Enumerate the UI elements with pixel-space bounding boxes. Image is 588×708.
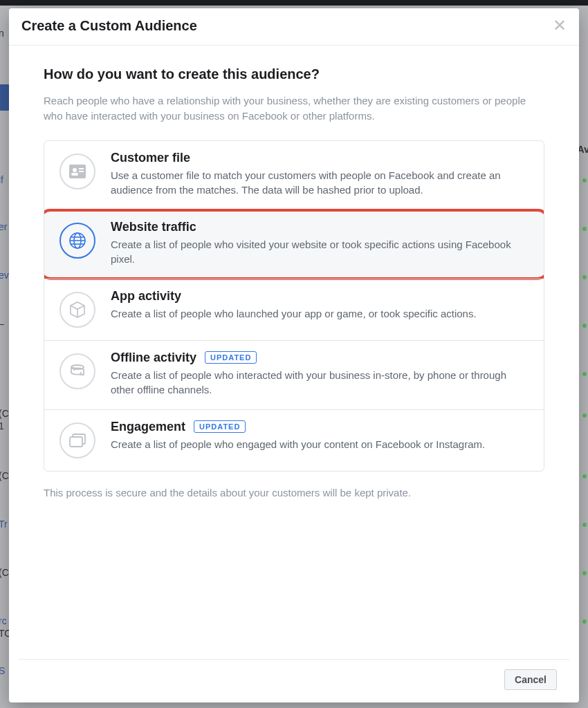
- close-icon[interactable]: ✕: [553, 17, 567, 34]
- option-desc: Create a list of people who engaged with…: [111, 437, 529, 451]
- audience-options-list: Customer file Use a customer file to mat…: [44, 140, 544, 472]
- modal-header: Create a Custom Audience ✕: [9, 8, 579, 46]
- create-custom-audience-modal: Create a Custom Audience ✕ How do you wa…: [9, 8, 579, 702]
- bg-frag: rc: [0, 615, 7, 626]
- bg-frag: ev: [0, 270, 9, 281]
- option-customer-file[interactable]: Customer file Use a customer file to mat…: [44, 141, 544, 209]
- bg-frag: (C: [0, 470, 9, 481]
- bg-frag: 1: [0, 420, 4, 431]
- background-blue-button: [0, 84, 10, 111]
- globe-icon: [59, 223, 95, 259]
- bg-frag: (C: [0, 408, 9, 419]
- bg-status-dot: [582, 474, 587, 478]
- svg-point-1: [73, 168, 77, 172]
- modal-body: How do you want to create this audience?…: [9, 46, 579, 659]
- bg-frag: (C: [0, 567, 9, 578]
- svg-rect-11: [70, 437, 82, 447]
- updated-badge: UPDATED: [194, 420, 246, 433]
- updated-badge: UPDATED: [205, 351, 257, 364]
- cards-icon: [59, 422, 95, 458]
- bg-status-dot: [582, 571, 587, 575]
- contact-card-icon: [59, 153, 95, 189]
- bg-status-dot: [582, 620, 587, 624]
- svg-rect-4: [79, 171, 84, 172]
- bg-frag: Tr: [0, 519, 8, 530]
- modal-title: Create a Custom Audience: [21, 18, 197, 34]
- bg-frag: n: [0, 28, 4, 39]
- option-desc: Use a customer file to match your custom…: [111, 168, 529, 197]
- bg-frag: if: [0, 174, 3, 185]
- privacy-footnote: This process is secure and the details a…: [44, 487, 544, 499]
- option-app-activity[interactable]: App activity Create a list of people who…: [44, 279, 544, 340]
- option-desc: Create a list of people who interacted w…: [111, 368, 529, 397]
- bg-status-dot: [582, 227, 587, 231]
- option-offline-activity[interactable]: Offline activity UPDATED Create a list o…: [44, 340, 544, 409]
- cube-icon: [59, 292, 95, 328]
- option-website-traffic[interactable]: Website traffic Create a list of people …: [44, 209, 544, 279]
- option-title: Offline activity: [111, 351, 196, 365]
- option-title: App activity: [111, 289, 181, 304]
- bg-status-dot: [582, 275, 587, 279]
- option-title: Website traffic: [111, 220, 196, 234]
- bg-status-dot: [582, 178, 587, 183]
- modal-lead-text: Reach people who have a relationship wit…: [44, 93, 544, 124]
- option-desc: Create a list of people who launched you…: [111, 306, 529, 321]
- bg-frag: er: [0, 221, 7, 232]
- option-title: Engagement: [111, 420, 185, 434]
- option-desc: Create a list of people who visited your…: [111, 237, 529, 266]
- modal-subtitle: How do you want to create this audience?: [44, 66, 544, 82]
- svg-rect-2: [71, 173, 78, 176]
- bg-status-dot: [582, 523, 587, 527]
- backdrop: n if er ev – (C 1 (C Tr (C rc TO S Av Cr…: [0, 0, 588, 708]
- option-title: Customer file: [111, 151, 190, 165]
- bg-frag: S: [0, 665, 5, 676]
- modal-footer: Cancel: [19, 659, 569, 702]
- sync-icon: [59, 353, 95, 389]
- bg-status-dot: [582, 413, 587, 418]
- option-engagement[interactable]: Engagement UPDATED Create a list of peop…: [44, 409, 544, 471]
- svg-rect-3: [79, 168, 84, 169]
- background-topbar: [0, 0, 588, 6]
- bg-status-dot: [582, 324, 587, 328]
- cancel-button[interactable]: Cancel: [504, 669, 557, 690]
- bg-status-dot: [582, 372, 587, 376]
- bg-frag: –: [0, 318, 4, 329]
